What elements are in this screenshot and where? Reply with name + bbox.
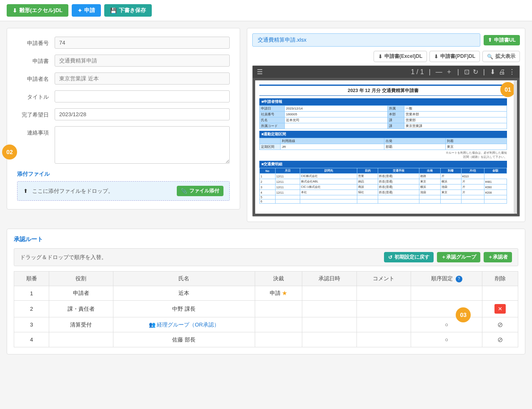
request-number-row: 申請番号 [17, 37, 230, 49]
title-row: タイトル [17, 90, 230, 102]
notes-row: 連絡事項 [17, 126, 230, 164]
completion-date-row: 完了希望日 [17, 108, 230, 120]
row2-name: 中野 課長 [113, 301, 255, 317]
request-form-row: 申請書 [17, 55, 230, 67]
zoom-out-icon[interactable]: — [436, 68, 442, 76]
right-panel: 交通費精算申請.xlsx ⬆ 申請書UL ⬇ 申請書(Excel)DL ⬇ 申請… [247, 28, 525, 222]
row1-order: 1 [14, 286, 49, 301]
row1-delete [482, 286, 518, 301]
row1-name: 近本 [113, 286, 255, 301]
scrollbar[interactable] [514, 80, 517, 214]
apply-button[interactable]: ✦ 申請 [72, 4, 101, 17]
pdf-viewer: ☰ 1 / 1 | — ＋ | ⊡ ↻ | ⬇ 🖨 ⋮ 01 [252, 65, 520, 217]
approval-toolbar: ドラッグ＆ドロップで順序を入替。 ↺ 初期設定に戻す ＋承認グループ ＋承認者 [14, 248, 518, 266]
more-options-icon[interactable]: ⋮ [509, 68, 515, 76]
applicant-label: 申請者名 [17, 72, 55, 83]
approval-title: 承認ルート [14, 236, 518, 243]
cancel-button-row4[interactable]: ⊘ [497, 336, 503, 344]
upload-icon-btn: ⬆ [488, 37, 492, 43]
approval-section: 承認ルート ドラッグ＆ドロップで順序を入替。 ↺ 初期設定に戻す ＋承認グループ… [7, 229, 525, 354]
paperclip-icon: 📎 [181, 188, 187, 194]
excel-dl-button[interactable]: ⬇ 雛形(エクセル)DL [7, 4, 68, 17]
row1-fixed [411, 286, 482, 301]
upload-button[interactable]: ⬆ 申請書UL [484, 35, 520, 45]
row1-date [302, 286, 356, 301]
row4-order: 4 [14, 332, 49, 347]
approval-table: 順番 役割 氏名 決裁 承認日時 コメント 順序固定 ? 削除 1 申請者 近本… [14, 271, 518, 347]
row3-delete[interactable]: ⊘ [482, 317, 518, 332]
excel-dl-doc-button[interactable]: ⬇ 申請書(Excel)DL [374, 51, 427, 62]
zoom-button[interactable]: 🔍 拡大表示 [482, 51, 520, 62]
help-icon[interactable]: ? [456, 276, 462, 282]
row2-fixed: 03 [411, 301, 482, 317]
star-icon: ★ [282, 290, 287, 296]
row2-date [302, 301, 356, 317]
row3-name: 👥 経理グループ（OR承認） [113, 317, 255, 332]
section-header-transport: ■交通費明細 [259, 161, 507, 168]
save-icon: 💾 [110, 7, 117, 14]
commute-note: ※ルートを利用した場合は、必ず利用した最短区間（経路）を記入して下さい。 [259, 151, 507, 159]
request-number-input[interactable] [55, 37, 230, 49]
applicant-input[interactable] [55, 72, 230, 85]
download-icon-excel: ⬇ [378, 54, 382, 60]
row3-fixed: ○ [411, 317, 482, 332]
file-header: 交通費精算申請.xlsx ⬆ 申請書UL [252, 33, 520, 47]
download-icon-pdf: ⬇ [434, 54, 438, 60]
completion-date-label: 完了希望日 [17, 108, 55, 119]
row2-delete[interactable]: ✕ [482, 301, 518, 317]
print-icon[interactable]: 🖨 [499, 68, 505, 76]
reset-icon: ↺ [388, 254, 392, 260]
table-row: 3 清算受付 👥 経理グループ（OR承認） ○ ⊘ [14, 317, 518, 332]
hamburger-icon[interactable]: ☰ [257, 68, 263, 76]
row4-fixed: ○ [411, 332, 482, 347]
pdf-nav-bar: ☰ 1 / 1 | — ＋ | ⊡ ↻ | ⬇ 🖨 ⋮ [253, 66, 519, 78]
page-info: 1 / 1 [411, 68, 424, 76]
section-header-applicant: ■申請者情報 [259, 98, 507, 105]
file-drop-area[interactable]: ⬆ ここに添付ファイルをドロップ。 📎 ファイル添付 [17, 181, 230, 201]
apply-icon: ✦ [78, 7, 82, 14]
row3-role: 清算受付 [49, 317, 113, 332]
notes-textarea[interactable] [55, 126, 230, 164]
title-input[interactable] [55, 90, 230, 102]
commute-table: 利用路線 出発 到着 定期区間 JR 那覇 東京 [259, 138, 507, 150]
left-panel: 申請番号 申請書 申請者名 タイトル 完了希望日 [7, 28, 240, 209]
drag-hint: ドラッグ＆ドロップで順序を入替。 [20, 254, 107, 261]
step-badge-01: 01 [500, 82, 515, 97]
row4-comment [356, 332, 411, 347]
col-comment: コメント [356, 272, 411, 286]
row4-role [49, 332, 113, 347]
col-name: 氏名 [113, 272, 255, 286]
group-link[interactable]: 経理グループ（OR承認） [157, 322, 219, 328]
doc-preview-title: 2023 年 12 月分 交通費精算申請書 [259, 85, 507, 96]
fit-page-icon[interactable]: ⊡ [464, 68, 469, 76]
main-area: 申請番号 申請書 申請者名 タイトル 完了希望日 [0, 21, 532, 229]
add-approver-button[interactable]: ＋承認者 [484, 252, 512, 262]
transport-table: No 月日 訪問先 目的 交通手段 出発 到着 片/往 金額 [259, 168, 507, 204]
delete-button-row2[interactable]: ✕ [494, 304, 506, 314]
doc-toolbar: ⬇ 申請書(Excel)DL ⬇ 申請書(PDF)DL 🔍 拡大表示 [252, 51, 520, 62]
rotate-icon[interactable]: ↻ [473, 68, 478, 76]
download-nav-icon[interactable]: ⬇ [490, 68, 495, 76]
cancel-button-row3[interactable]: ⊘ [497, 321, 503, 329]
pdf-content: 01 2023 年 12 月分 交通費精算申請書 ■申請者情報 申請日 2023… [255, 80, 517, 214]
request-form-input[interactable] [55, 55, 230, 67]
row1-role: 申請者 [49, 286, 113, 301]
draft-save-button[interactable]: 💾 下書き保存 [104, 4, 152, 17]
download-icon: ⬇ [13, 7, 17, 14]
request-number-label: 申請番号 [17, 37, 55, 47]
step-badge-03: 03 [456, 307, 471, 322]
row2-decision [255, 301, 302, 317]
file-attach-button[interactable]: 📎 ファイル添付 [177, 186, 223, 196]
applicant-info-section: ■申請者情報 申請日 2023/12/14 所属 一般 社員番号 160005 [259, 98, 507, 129]
completion-date-input[interactable] [55, 108, 230, 120]
zoom-in-icon[interactable]: ＋ [446, 67, 452, 76]
section-header-commute: ■通勤定期区間 [259, 131, 507, 138]
pdf-dl-doc-button[interactable]: ⬇ 申請書(PDF)DL [429, 51, 480, 62]
row2-role: 課・責任者 [49, 301, 113, 317]
group-icon: 👥 [149, 322, 156, 328]
notes-label: 連絡事項 [17, 126, 55, 137]
reset-button[interactable]: ↺ 初期設定に戻す [384, 252, 434, 262]
table-row: 2 課・責任者 中野 課長 03 ✕ [14, 301, 518, 317]
row4-delete[interactable]: ⊘ [482, 332, 518, 347]
add-group-button[interactable]: ＋承認グループ [437, 252, 480, 262]
